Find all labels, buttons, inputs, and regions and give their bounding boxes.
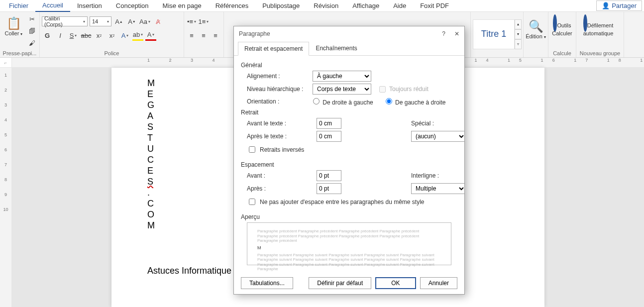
indent-after-label: Après le texte : — [247, 133, 312, 140]
set-default-button[interactable]: Définir par défaut — [309, 277, 371, 289]
align-left-icon[interactable]: ≡ — [186, 30, 197, 41]
bold-button[interactable]: G — [42, 30, 53, 41]
menu-view[interactable]: Affichage — [345, 0, 386, 11]
group-new-label: Nouveau groupe — [578, 49, 622, 57]
rtl-label: De droite à gauche — [322, 99, 373, 106]
strike-button[interactable]: abc — [81, 30, 92, 41]
group-editing-label — [526, 55, 546, 57]
space-before-input[interactable] — [317, 170, 341, 181]
alignment-label: Alignement : — [247, 73, 307, 80]
autoscroll-button[interactable]: Défilement automatique — [578, 16, 618, 46]
group-calc: Outils Calculer Calcule — [548, 12, 576, 57]
grow-font-icon[interactable]: A▲ — [113, 16, 124, 27]
bullets-icon[interactable]: •≡ — [186, 16, 197, 27]
special-select[interactable]: (aucun) — [411, 131, 464, 142]
rtl-radio[interactable] — [313, 98, 320, 104]
help-icon[interactable]: ? — [442, 30, 445, 37]
font-name-select[interactable]: Calibri (Corps) — [42, 16, 88, 26]
dialog-tabs: Retrait et espacement Enchaînements — [234, 41, 464, 56]
menu-references[interactable]: Références — [209, 0, 255, 11]
clear-format-icon[interactable]: A̷ — [152, 16, 163, 27]
font-color-icon[interactable]: A — [145, 30, 156, 41]
indent-after-input[interactable] — [317, 131, 341, 142]
circle-icon — [583, 14, 587, 32]
indent-before-input[interactable] — [317, 118, 341, 129]
chevron-more-icon[interactable]: ▿ — [515, 39, 522, 49]
outline-level-label: Niveau hiérarchique : — [247, 86, 307, 93]
section-general: Général — [241, 62, 457, 69]
tab-indent-spacing[interactable]: Retrait et espacement — [238, 42, 309, 56]
menu-review[interactable]: Révision — [307, 0, 345, 11]
indent-before-label: Avant le texte : — [247, 120, 312, 127]
close-icon[interactable]: ✕ — [454, 30, 459, 37]
text-effects-icon[interactable]: A — [119, 30, 130, 41]
tab-flow[interactable]: Enchaînements — [309, 41, 363, 55]
line-spacing-select[interactable]: Multiple — [411, 183, 464, 194]
space-after-input[interactable] — [317, 183, 341, 194]
shrink-font-icon[interactable]: A▼ — [126, 16, 137, 27]
menu-foxit[interactable]: Foxit PDF — [413, 0, 456, 11]
paragraph-dialog: Paragraphe ? ✕ Retrait et espacement Enc… — [233, 26, 465, 295]
style-gallery-spinner[interactable]: ▴ ▾ ▿ — [515, 19, 522, 49]
share-button[interactable]: 👤 Partager — [596, 0, 642, 11]
outline-level-select[interactable]: Corps de texte — [313, 84, 371, 95]
group-styles: Titre 1 ▴ ▾ ▿ — [471, 12, 524, 57]
menu-home[interactable]: Accueil — [35, 0, 70, 12]
preview-after: Paragraphe suivant Paragraphe suivant Pa… — [257, 253, 441, 272]
numbering-icon[interactable]: 1≡ — [198, 16, 209, 27]
align-right-icon[interactable]: ≡ — [210, 30, 221, 41]
paste-button[interactable]: 📋 Coller ▾ — [2, 16, 25, 46]
autoscroll-label: Défilement automatique — [583, 22, 614, 36]
section-indent: Retrait — [241, 109, 457, 116]
menu-insert[interactable]: Insertion — [70, 0, 109, 11]
orientation-label: Orientation : — [247, 98, 301, 105]
menu-layout[interactable]: Mise en page — [156, 0, 209, 11]
group-clipboard: 📋 Coller ▾ ✂ 🗐 🖌 Presse-papi... — [0, 12, 40, 57]
chevron-down-icon: ▾ — [544, 35, 546, 39]
editing-button[interactable]: 🔍 Édition ▾ — [526, 19, 546, 49]
preview-sample: M — [257, 245, 441, 251]
no-space-same-style-checkbox[interactable] — [249, 199, 255, 205]
highlight-icon[interactable]: ab — [132, 30, 143, 41]
group-editing: 🔍 Édition ▾ — [524, 12, 548, 57]
cancel-button[interactable]: Annuler — [420, 277, 457, 289]
search-icon: 🔍 — [529, 19, 543, 33]
share-label: Partager — [612, 2, 637, 9]
tabulations-button[interactable]: Tabulations... — [241, 277, 293, 289]
underline-button[interactable]: S — [68, 30, 79, 41]
menu-bar: Fichier Accueil Insertion Conception Mis… — [0, 0, 644, 12]
change-case-icon[interactable]: Aa — [139, 16, 150, 27]
menu-file[interactable]: Fichier — [2, 0, 35, 11]
menu-mailmerge[interactable]: Publipostage — [255, 0, 307, 11]
ltr-radio[interactable] — [386, 98, 392, 104]
section-preview: Aperçu — [241, 213, 457, 220]
group-calc-label: Calcule — [550, 49, 574, 57]
cut-icon[interactable]: ✂ — [26, 14, 37, 25]
group-font: Calibri (Corps) 14 A▲ A▼ Aa A̷ G I S abc… — [40, 12, 184, 57]
ok-button[interactable]: OK — [375, 277, 416, 289]
always-collapsed-checkbox — [379, 86, 386, 93]
preview-before: Paragraphe précédent Paragraphe précéden… — [257, 229, 441, 243]
italic-button[interactable]: I — [55, 30, 66, 41]
alignment-select[interactable]: À gauche — [313, 71, 371, 82]
mirror-indents-checkbox[interactable] — [249, 146, 255, 153]
preview-box: Paragraphe précédent Paragraphe précéden… — [247, 222, 451, 265]
no-space-same-style-label: Ne pas ajouter d'espace entre les paragr… — [260, 199, 424, 205]
chevron-down-icon: ▾ — [20, 32, 22, 36]
superscript-button[interactable]: x2 — [107, 30, 117, 41]
chevron-up-icon[interactable]: ▴ — [515, 19, 522, 29]
vertical-ruler[interactable]: 12345678910 — [0, 68, 12, 307]
chevron-down-icon[interactable]: ▾ — [515, 29, 522, 39]
format-painter-icon[interactable]: 🖌 — [26, 38, 37, 49]
menu-help[interactable]: Aide — [386, 0, 413, 11]
style-item-titre1[interactable]: Titre 1 — [473, 19, 515, 49]
dialog-titlebar[interactable]: Paragraphe ? ✕ — [234, 26, 464, 41]
subscript-button[interactable]: x2 — [94, 30, 105, 41]
font-size-select[interactable]: 14 — [90, 16, 111, 26]
calc-button[interactable]: Outils Calculer — [550, 16, 574, 46]
menu-design[interactable]: Conception — [109, 0, 156, 11]
share-icon: 👤 — [602, 2, 610, 9]
align-center-icon[interactable]: ≡ — [198, 30, 209, 41]
copy-icon[interactable]: 🗐 — [26, 26, 37, 37]
special-label: Spécial : — [411, 120, 464, 127]
